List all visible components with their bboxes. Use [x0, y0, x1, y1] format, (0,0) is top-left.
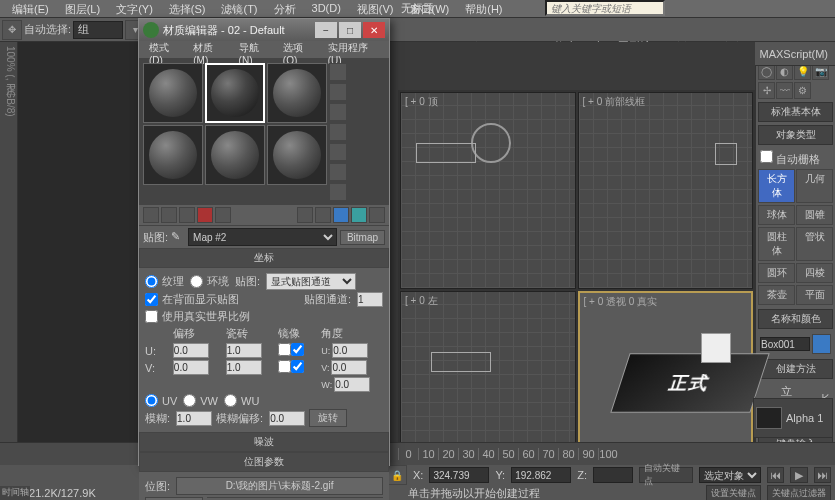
material-slot-3[interactable] — [267, 63, 327, 123]
menu-layer[interactable]: 图层(L) — [57, 1, 108, 16]
material-slot-1[interactable] — [143, 63, 203, 123]
search-input[interactable] — [545, 0, 665, 16]
systems-icon[interactable]: ⚙ — [794, 82, 811, 99]
get-material-icon[interactable] — [143, 207, 159, 223]
alpha-layer-label[interactable]: Alpha 1 — [786, 412, 823, 424]
u-angle-input[interactable] — [332, 343, 368, 358]
menu-maxscript[interactable]: MAXScript(M) — [755, 48, 833, 60]
timeline[interactable]: 0 10 20 30 40 50 60 70 80 90 100 — [0, 443, 835, 465]
torus-button[interactable]: 圆环 — [758, 263, 795, 283]
show-map-icon[interactable] — [333, 207, 349, 223]
rotate-button[interactable]: 旋转 — [309, 409, 347, 427]
sphere-button[interactable]: 球体 — [758, 205, 795, 225]
blur-input[interactable] — [176, 411, 212, 426]
document-tab[interactable]: 100% (正, RGB/8) — [0, 42, 18, 442]
u-tile-input[interactable] — [226, 343, 262, 358]
x-coord-input[interactable] — [429, 467, 489, 483]
menu-3d[interactable]: 3D(D) — [304, 1, 349, 16]
timeline-tab[interactable]: 时间轴 — [0, 486, 30, 500]
uv-radio[interactable] — [145, 394, 158, 407]
box-button[interactable]: 长方体 — [758, 169, 795, 203]
pyramid-button[interactable]: 四棱 — [796, 263, 833, 283]
mapping-dropdown[interactable]: 显式贴图通道 — [266, 273, 356, 290]
move-tool-icon[interactable]: ✥ — [2, 20, 22, 40]
map-type-button[interactable]: Bitmap — [340, 230, 385, 245]
geosphere-button[interactable]: 圆锥 — [796, 205, 833, 225]
menu-select[interactable]: 选择(S) — [161, 1, 214, 16]
object-name-input[interactable] — [760, 337, 810, 351]
video-check-icon[interactable] — [329, 143, 347, 161]
cone-button[interactable]: 几何 — [796, 169, 833, 203]
material-slot-2[interactable] — [205, 63, 265, 123]
view-cube-icon[interactable] — [701, 333, 731, 363]
menu-help[interactable]: 帮助(H) — [457, 1, 510, 16]
eyedropper-icon[interactable]: ✎ — [171, 230, 185, 244]
cylinder-button[interactable]: 圆柱体 — [758, 227, 795, 261]
reset-icon[interactable] — [197, 207, 213, 223]
v-tile-input[interactable] — [226, 360, 262, 375]
prev-frame-button[interactable]: ⏮ — [767, 467, 784, 483]
bitmap-path-button[interactable]: D:\我的图片\未标题-2.gif — [176, 477, 383, 495]
category-dropdown[interactable]: 标准基本体 — [758, 102, 833, 122]
menu-analyze[interactable]: 分析 — [266, 1, 304, 16]
bitmap-params-header[interactable]: 位图参数 — [139, 452, 389, 472]
y-coord-input[interactable] — [511, 467, 571, 483]
w-angle-input[interactable] — [334, 377, 370, 392]
blur-offset-input[interactable] — [269, 411, 305, 426]
keyfilter-dropdown[interactable]: 选定对象 — [699, 467, 761, 483]
lock-icon[interactable]: 🔒 — [388, 465, 407, 485]
helpers-icon[interactable]: ✢ — [758, 82, 775, 99]
wu-radio[interactable] — [224, 394, 237, 407]
spacewarps-icon[interactable]: 〰 — [776, 82, 793, 99]
material-slot-5[interactable] — [205, 125, 265, 185]
alpha-thumb-icon[interactable] — [756, 407, 782, 429]
material-editor-titlebar[interactable]: 材质编辑器 - 02 - Default − □ ✕ — [139, 19, 389, 41]
viewport-front[interactable]: [ + 0 前部线框 — [578, 92, 754, 289]
v-mirror-cb[interactable] — [278, 360, 291, 373]
make-preview-icon[interactable] — [329, 163, 347, 181]
material-slot-4[interactable] — [143, 125, 203, 185]
v-angle-input[interactable] — [331, 360, 367, 375]
close-button[interactable]: ✕ — [363, 22, 385, 38]
coordinates-rollout-header[interactable]: 坐标 — [139, 248, 389, 268]
me-menu-nav[interactable]: 导航(N) — [233, 41, 277, 58]
map-channel-input[interactable] — [357, 292, 383, 307]
textured-box[interactable]: 正式 — [610, 353, 769, 412]
options-icon[interactable] — [329, 183, 347, 201]
u-tile-cb[interactable] — [291, 343, 304, 356]
maximize-button[interactable]: □ — [339, 22, 361, 38]
copy-icon[interactable] — [215, 207, 231, 223]
go-parent-icon[interactable] — [297, 207, 313, 223]
sample-type-icon[interactable] — [329, 63, 347, 81]
noise-rollout-header[interactable]: 噪波 — [139, 432, 389, 452]
keyfilter-button[interactable]: 关键点过滤器 — [767, 485, 831, 500]
v-offset-input[interactable] — [173, 360, 209, 375]
autogrid-checkbox[interactable] — [760, 150, 773, 163]
next-frame-button[interactable]: ⏭ — [814, 467, 831, 483]
color-swatch[interactable] — [812, 334, 831, 354]
go-sibling-icon[interactable] — [315, 207, 331, 223]
menu-text[interactable]: 文字(Y) — [108, 1, 161, 16]
me-menu-mode[interactable]: 模式(D) — [143, 41, 187, 58]
viewport-top[interactable]: [ + 0 顶 — [400, 92, 576, 289]
menu-filter[interactable]: 滤镜(T) — [213, 1, 265, 16]
tube-button[interactable]: 管状 — [796, 227, 833, 261]
plane-button[interactable]: 平面 — [796, 285, 833, 305]
play-button[interactable]: ▶ — [790, 467, 807, 483]
me-menu-util[interactable]: 实用程序(U) — [322, 41, 385, 58]
autoselect-dropdown[interactable] — [73, 21, 123, 39]
show-end-icon[interactable] — [351, 207, 367, 223]
teapot-button[interactable]: 茶壶 — [758, 285, 795, 305]
environ-radio[interactable] — [190, 275, 203, 288]
texture-radio[interactable] — [145, 275, 158, 288]
vw-radio[interactable] — [183, 394, 196, 407]
minimize-button[interactable]: − — [315, 22, 337, 38]
assign-icon[interactable] — [179, 207, 195, 223]
material-slot-6[interactable] — [267, 125, 327, 185]
map-name-dropdown[interactable]: Map #2 — [188, 228, 337, 246]
autokey-button[interactable]: 自动关键点 — [639, 467, 693, 483]
u-mirror-cb[interactable] — [278, 343, 291, 356]
menu-edit[interactable]: 编辑(E) — [4, 1, 57, 16]
z-coord-input[interactable] — [593, 467, 633, 483]
backlight-icon[interactable] — [329, 83, 347, 101]
